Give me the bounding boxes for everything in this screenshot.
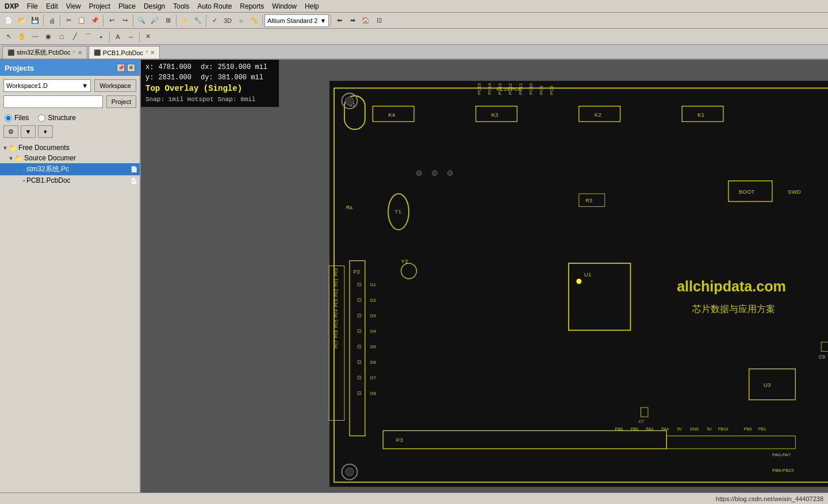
svg-point-104 (346, 97, 354, 105)
tb-zoom-out[interactable]: 🔎 (148, 14, 161, 27)
project-button[interactable]: Project (106, 95, 136, 108)
tb-redo[interactable]: ↪ (118, 14, 131, 27)
svg-point-105 (346, 468, 354, 476)
svg-text:Ra: Ra (346, 205, 352, 210)
files-radio-label[interactable]: Files (5, 114, 29, 122)
project-search[interactable] (3, 95, 103, 108)
tb2-pad[interactable]: □ (55, 30, 68, 43)
tb2-dim[interactable]: ↔ (125, 30, 137, 43)
tree-stm32-pcb[interactable]: ▪ stm32系统.Pc 📄 (0, 163, 140, 175)
tb-open[interactable]: 📂 (16, 14, 28, 27)
menu-reports[interactable]: Reports (236, 1, 267, 11)
menu-autoroute[interactable]: Auto Route (194, 1, 235, 11)
standard-dropdown[interactable]: Altium Standard 2 ▼ (264, 14, 329, 27)
menu-place[interactable]: Place (115, 1, 139, 11)
tree-pcb1[interactable]: ▪ PCB1.PcbDoc 📄 (0, 175, 140, 186)
fa-component[interactable]: ⚙ (3, 125, 18, 138)
tree-label-source: Source Documer (24, 154, 137, 162)
menu-design[interactable]: Design (140, 1, 168, 11)
tb2-via[interactable]: ◉ (42, 30, 55, 43)
tb2-sep1 (109, 31, 110, 43)
tab-pcb1[interactable]: ⬛ PCB1.PcbDoc * ✕ (89, 46, 160, 59)
tb-3d[interactable]: 3D (221, 14, 234, 27)
structure-radio-label[interactable]: Structure (38, 114, 76, 122)
tb-rule[interactable]: 📏 (248, 14, 260, 27)
svg-text:PC15: PC15 (477, 83, 482, 95)
tb-zoom-in[interactable]: 🔍 (135, 14, 148, 27)
workspace-bar: Workspace1.D ▼ Workspace (0, 76, 140, 94)
tb2-line[interactable]: ╱ (68, 30, 81, 43)
svg-point-110 (447, 171, 453, 176)
tb2-move[interactable]: ✋ (16, 30, 28, 43)
workspace-dropdown-arrow: ▼ (82, 82, 88, 89)
svg-text:PC3: PC3 (334, 299, 339, 307)
tb2-select[interactable]: ↖ (2, 30, 15, 43)
fa-add[interactable]: ▼ (21, 125, 36, 138)
toolbar-main: 📄 📂 💾 🖨 ✂ 📋 📌 ↩ ↪ 🔍 🔎 ⊞ ⚡ 🔧 ✓ 3D ○ 📏 Alt… (0, 13, 828, 29)
dropdown-arrow: ▼ (320, 17, 326, 24)
svg-text:PC4: PC4 (334, 309, 339, 317)
file-structure-tabs: Files Structure (0, 111, 140, 124)
panel-controls: 📌 ✕ (117, 64, 135, 72)
project-bar: Project (0, 94, 140, 111)
pcb-icon-pcb1: ▪ (23, 177, 25, 184)
tb-route2[interactable]: 🔧 (191, 14, 204, 27)
workspace-button[interactable]: Workspace (94, 79, 136, 92)
tb-route[interactable]: ⚡ (178, 14, 191, 27)
y-val: 2831.000 (158, 72, 191, 83)
menu-window[interactable]: Window (269, 1, 300, 11)
folder-icon-source: 📁 (15, 155, 23, 162)
svg-text:D2: D2 (370, 298, 377, 303)
tab-stm32[interactable]: ⬛ stm32系统.PcbDoc * ✕ (2, 46, 87, 59)
tb-component[interactable]: ○ (235, 14, 247, 27)
tree-badge-stm32: 📄 (131, 166, 137, 172)
tb-extra3[interactable]: 🏠 (359, 14, 372, 27)
tb-print[interactable]: 🖨 (45, 14, 58, 27)
tb-extra1[interactable]: ⬅ (333, 14, 346, 27)
workspace-dropdown[interactable]: Workspace1.D ▼ (3, 79, 91, 92)
x-label: x: (145, 62, 154, 72)
tb2-delete[interactable]: ✕ (141, 30, 154, 43)
tb-extra2[interactable]: ➡ (346, 14, 359, 27)
tb2-text[interactable]: A (112, 30, 124, 43)
pcb-canvas-area[interactable]: x: 4781.000 dx: 2510.000 mil y: 2831.000… (141, 60, 828, 493)
menu-edit[interactable]: Edit (43, 1, 62, 11)
svg-text:5V: 5V (677, 427, 682, 432)
tb-fit[interactable]: ⊞ (162, 14, 174, 27)
menu-project[interactable]: Project (86, 1, 114, 11)
structure-radio[interactable] (38, 114, 45, 122)
dy-label: dy: (201, 72, 213, 83)
panel-pin[interactable]: 📌 (117, 64, 125, 72)
tb-paste[interactable]: 📌 (89, 14, 101, 27)
menu-tools[interactable]: Tools (170, 1, 193, 11)
tb-extra4[interactable]: ⊡ (373, 14, 385, 27)
tb-drc[interactable]: ✓ (208, 14, 221, 27)
tab-close-pcb1[interactable]: ✕ (150, 49, 155, 56)
tree-free-docs[interactable]: ▼ 📁 Free Documents (0, 143, 140, 153)
fa-more[interactable]: ▾ (38, 125, 53, 138)
tb-cut[interactable]: ✂ (62, 14, 75, 27)
snap-info: Snap: 1mil Hotspot Snap: 8mil (145, 95, 274, 105)
svg-text:PC2: PC2 (334, 288, 339, 297)
tree-expand-source: ▼ (8, 155, 14, 161)
panel-close[interactable]: ✕ (127, 64, 135, 72)
menu-file[interactable]: File (24, 1, 41, 11)
svg-text:PB9: PB9 (630, 427, 638, 432)
tb2-fill[interactable]: ▪ (95, 30, 108, 43)
svg-text:PC10: PC10 (528, 83, 534, 95)
tb2-route-track[interactable]: 〰 (29, 30, 41, 43)
tb-sep5 (176, 15, 177, 26)
menu-view[interactable]: View (63, 1, 85, 11)
files-radio[interactable] (5, 114, 12, 122)
tab-close-stm32[interactable]: ✕ (78, 49, 82, 56)
tree-source-docs[interactable]: ▼ 📁 Source Documer (0, 153, 140, 163)
tb-new[interactable]: 📄 (2, 14, 15, 27)
tb-undo[interactable]: ↩ (105, 14, 118, 27)
svg-text:BOOT: BOOT (739, 188, 755, 195)
menu-help[interactable]: Help (301, 1, 323, 11)
tb-copy[interactable]: 📋 (75, 14, 88, 27)
tree-label-free: Free Documents (18, 144, 137, 152)
tb2-arc[interactable]: ⌒ (82, 30, 94, 43)
tb-save[interactable]: 💾 (29, 14, 41, 27)
svg-text:⊡: ⊡ (357, 390, 362, 396)
